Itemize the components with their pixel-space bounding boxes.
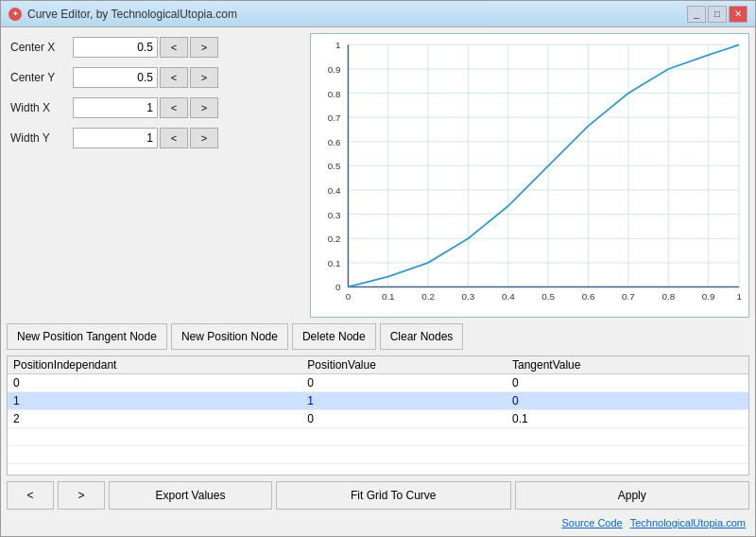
center-y-decrement[interactable]: < (160, 67, 188, 88)
svg-text:0.5: 0.5 (541, 291, 555, 302)
delete-node-button[interactable]: Delete Node (292, 323, 376, 350)
width-y-increment[interactable]: > (190, 128, 218, 148)
width-x-label: Width X (7, 101, 73, 114)
table-row[interactable]: 200.1 (8, 409, 748, 427)
width-y-label: Width Y (7, 131, 73, 145)
table-row-empty (8, 445, 748, 463)
center-x-decrement[interactable]: < (160, 37, 188, 58)
svg-text:0.1: 0.1 (328, 258, 341, 268)
website-link[interactable]: TechnologicalUtopia.com (630, 517, 746, 528)
title-bar: ✦ Curve Editor, by TechnologicalUtopia.c… (1, 1, 755, 27)
svg-text:0.4: 0.4 (328, 185, 341, 196)
main-window: ✦ Curve Editor, by TechnologicalUtopia.c… (0, 0, 756, 537)
center-y-increment[interactable]: > (190, 67, 218, 88)
cell-posVal-0: 0 (301, 373, 507, 391)
top-section: Center X < > Center Y < > Width X < (7, 33, 749, 318)
center-y-row: Center Y < > (7, 63, 304, 92)
svg-text:0.3: 0.3 (462, 291, 475, 302)
export-values-button[interactable]: Export Values (109, 481, 272, 510)
table-row-empty (8, 427, 748, 445)
col-header-posindep: PositionIndependant (8, 356, 301, 374)
svg-text:0.7: 0.7 (622, 291, 635, 302)
main-content: Center X < > Center Y < > Width X < (1, 27, 755, 536)
clear-nodes-button[interactable]: Clear Nodes (380, 323, 464, 350)
close-button[interactable]: ✕ (729, 6, 747, 23)
width-y-row: Width Y < > (7, 124, 304, 152)
source-code-link[interactable]: Source Code (561, 517, 622, 528)
cell-posIndep-1: 1 (8, 391, 301, 409)
svg-text:0.4: 0.4 (502, 291, 515, 302)
svg-text:0: 0 (346, 291, 352, 302)
cell-tangent-0: 0 (507, 373, 712, 391)
cell-posVal-1: 1 (301, 391, 507, 409)
width-y-input[interactable] (73, 128, 158, 148)
new-position-node-button[interactable]: New Position Node (171, 323, 288, 350)
data-table: PositionIndependant PositionValue Tangen… (8, 356, 748, 464)
action-buttons-row: New Position Tangent Node New Position N… (7, 323, 749, 350)
center-y-label: Center Y (7, 71, 73, 84)
minimize-button[interactable]: _ (687, 6, 706, 23)
cell-extra-0 (712, 373, 748, 391)
window-title: Curve Editor, by TechnologicalUtopia.com (27, 8, 237, 21)
svg-text:0.7: 0.7 (328, 113, 341, 123)
apply-button[interactable]: Apply (515, 481, 750, 510)
cell-tangent-1: 0 (507, 391, 712, 409)
data-table-section: PositionIndependant PositionValue Tangen… (7, 355, 749, 476)
svg-text:0.1: 0.1 (382, 291, 395, 302)
cell-posIndep-2: 2 (8, 409, 301, 427)
cell-extra-2 (712, 409, 748, 427)
svg-text:1: 1 (335, 40, 340, 50)
table-row[interactable]: 000 (8, 373, 748, 391)
window-icon: ✦ (9, 8, 22, 21)
svg-text:0.2: 0.2 (328, 234, 341, 244)
svg-text:0.3: 0.3 (328, 210, 341, 220)
col-header-tangent: TangentValue (507, 356, 712, 374)
svg-text:0: 0 (335, 282, 341, 292)
controls-panel: Center X < > Center Y < > Width X < (7, 33, 304, 318)
col-header-extra (712, 356, 748, 374)
width-y-decrement[interactable]: < (160, 128, 188, 148)
table-row[interactable]: 110 (8, 391, 748, 409)
title-bar-left: ✦ Curve Editor, by TechnologicalUtopia.c… (9, 8, 237, 21)
center-x-row: Center X < > (7, 33, 304, 61)
svg-text:0.5: 0.5 (328, 161, 341, 171)
svg-text:0.9: 0.9 (328, 64, 341, 75)
cell-posVal-2: 0 (301, 409, 507, 427)
center-x-input[interactable] (73, 37, 158, 58)
cell-tangent-2: 0.1 (507, 409, 712, 427)
footer-links: Source Code TechnologicalUtopia.com (7, 515, 749, 530)
chart-svg: 1 0.9 0.8 0.7 0.6 0.5 0.4 0.3 0.2 0.1 0 … (311, 34, 748, 317)
new-position-tangent-node-button[interactable]: New Position Tangent Node (7, 323, 167, 350)
col-header-posval: PositionValue (301, 356, 507, 374)
table-header-row: PositionIndependant PositionValue Tangen… (8, 356, 748, 374)
svg-text:0.6: 0.6 (582, 291, 595, 302)
svg-text:0.8: 0.8 (328, 89, 341, 99)
bottom-bar: < > Export Values Fit Grid To Curve Appl… (7, 481, 749, 510)
title-buttons: _ □ ✕ (687, 6, 747, 23)
width-x-decrement[interactable]: < (160, 97, 188, 118)
cell-posIndep-0: 0 (8, 373, 301, 391)
svg-text:0.2: 0.2 (421, 291, 435, 302)
svg-text:0.6: 0.6 (328, 137, 341, 147)
prev-button[interactable]: < (7, 481, 54, 510)
center-y-input[interactable] (73, 67, 158, 88)
cell-extra-1 (712, 391, 748, 409)
maximize-button[interactable]: □ (708, 6, 727, 23)
center-x-increment[interactable]: > (190, 37, 218, 58)
svg-text:0.9: 0.9 (702, 291, 715, 302)
fit-grid-to-curve-button[interactable]: Fit Grid To Curve (276, 481, 511, 510)
center-x-label: Center X (7, 41, 73, 54)
svg-text:0.8: 0.8 (662, 291, 675, 302)
width-x-row: Width X < > (7, 94, 304, 122)
chart-container[interactable]: 1 0.9 0.8 0.7 0.6 0.5 0.4 0.3 0.2 0.1 0 … (310, 33, 749, 318)
width-x-input[interactable] (73, 97, 158, 118)
next-button[interactable]: > (58, 481, 105, 510)
svg-text:1: 1 (736, 291, 741, 302)
width-x-increment[interactable]: > (190, 97, 218, 118)
